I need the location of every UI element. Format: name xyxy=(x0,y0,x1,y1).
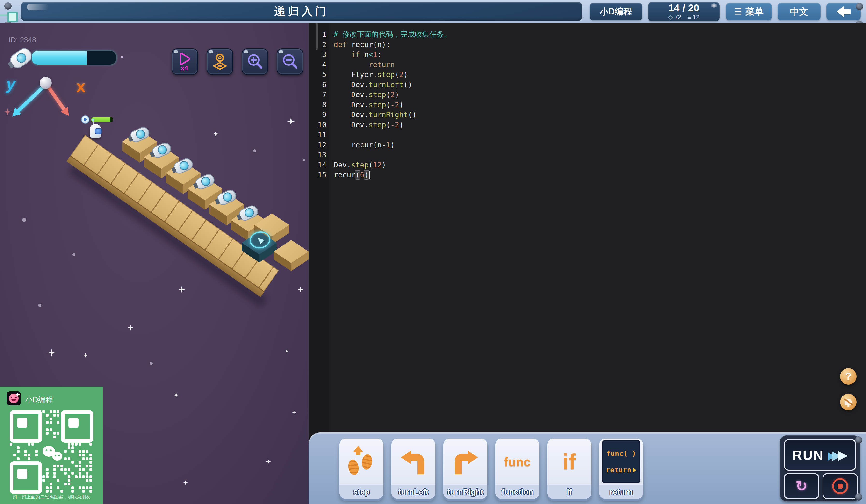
speed-x4-icon: x4 xyxy=(176,52,194,71)
battery-collectible xyxy=(128,125,151,144)
star xyxy=(22,218,26,222)
star xyxy=(287,117,295,125)
speed-button[interactable]: x4 xyxy=(171,48,198,75)
qr-caption: 扫一扫上面的二维码图案，加我为朋友 xyxy=(0,494,103,500)
question-icon: ? xyxy=(845,371,852,382)
menu-icon: ☰ xyxy=(734,7,742,17)
zoom-out-icon xyxy=(281,53,299,71)
line-number: 14 xyxy=(309,161,330,169)
code-line: 4 return xyxy=(309,60,866,70)
code-line: 10 Dev.step(-2) xyxy=(309,120,866,130)
star xyxy=(213,131,219,137)
card-if[interactable]: if if xyxy=(547,438,591,499)
qr-code xyxy=(10,410,93,494)
star xyxy=(302,159,305,161)
brand-button[interactable]: 小D编程 xyxy=(590,3,642,20)
card-label: if xyxy=(547,485,591,499)
line-number: 4 xyxy=(309,60,330,69)
card-label: function xyxy=(495,485,539,499)
reset-icon: ↻ xyxy=(796,478,808,494)
card-function[interactable]: func function xyxy=(495,438,539,499)
y-axis-label: y xyxy=(6,75,15,93)
x-axis-label: x xyxy=(76,77,86,96)
stop-button[interactable] xyxy=(822,473,858,499)
back-arrow-icon xyxy=(837,6,844,18)
star xyxy=(150,362,153,365)
stop-icon xyxy=(832,478,848,494)
code-lines: 1# 修改下面的代码，完成收集任务。2def recur(n):3 if n<1… xyxy=(309,30,866,180)
battery-collectible xyxy=(193,172,216,191)
star xyxy=(292,410,296,415)
qr-finder xyxy=(10,410,42,443)
dot-decoration xyxy=(121,56,123,58)
speech-bubble-icon xyxy=(81,115,89,124)
code-line: 8 Dev.step(-2) xyxy=(309,100,866,110)
card-return[interactable]: func( ) return return xyxy=(599,438,643,499)
app-logo-icon: ✚ xyxy=(7,391,21,405)
card-turn-right[interactable]: turnRight xyxy=(443,438,487,499)
line-number: 1 xyxy=(309,30,330,39)
player-character xyxy=(89,121,102,139)
energy-battery-icon xyxy=(7,44,34,70)
star xyxy=(48,349,56,357)
rivet xyxy=(855,436,862,444)
star xyxy=(73,253,75,256)
connector-icon xyxy=(7,12,18,22)
menu-label: 菜单 xyxy=(745,5,764,18)
map-icon xyxy=(211,53,229,71)
function-icon: func xyxy=(495,438,539,485)
app-window: 递归入门 小D编程 14 / 20 ◇ 72 ≡ 12 ☰ 菜单 中文 ID: xyxy=(0,0,866,504)
qr-app-name: 小D编程 xyxy=(25,395,53,405)
star xyxy=(285,349,289,353)
code-line: 15recur(6) xyxy=(309,170,866,180)
text-cursor xyxy=(369,171,370,179)
code-editor[interactable]: 1# 修改下面的代码，完成收集任务。2def recur(n):3 if n<1… xyxy=(309,23,866,433)
code-line: 1# 修改下面的代码，完成收集任务。 xyxy=(309,30,866,40)
line-number: 11 xyxy=(309,131,330,139)
battery-collectible xyxy=(215,188,238,207)
menu-button[interactable]: ☰ 菜单 xyxy=(726,3,772,20)
card-step[interactable]: step xyxy=(340,438,384,499)
zoom-out-button[interactable] xyxy=(277,48,303,75)
return-icon: func( ) return xyxy=(599,438,643,485)
run-button[interactable]: RUN ▶▶▶ xyxy=(784,439,856,471)
reset-button[interactable]: ↻ xyxy=(784,473,819,499)
code-line: 2def recur(n): xyxy=(309,40,866,50)
axis-origin-sphere xyxy=(40,77,52,89)
help-button[interactable]: ? xyxy=(840,368,857,385)
card-turn-left[interactable]: turnLeft xyxy=(391,438,435,499)
star xyxy=(174,392,179,398)
line-number: 15 xyxy=(309,171,330,179)
gem-icon: ◇ xyxy=(668,14,673,21)
card-label: step xyxy=(340,485,384,499)
lines-icon: ≡ xyxy=(687,14,691,21)
level-progress-button[interactable]: 14 / 20 ◇ 72 ≡ 12 xyxy=(648,2,720,21)
line-number: 2 xyxy=(309,40,330,49)
card-label: turnRight xyxy=(443,485,487,499)
step-icon xyxy=(340,438,384,485)
code-line: 6 Dev.turnLeft() xyxy=(309,80,866,90)
line-number: 3 xyxy=(309,50,330,59)
line-number: 12 xyxy=(309,141,330,149)
qr-finder xyxy=(10,461,42,494)
top-bar: 递归入门 小D编程 14 / 20 ◇ 72 ≡ 12 ☰ 菜单 中文 xyxy=(0,0,866,24)
star xyxy=(83,353,88,358)
game-viewport[interactable]: ID: 2348 y x x4 xyxy=(0,23,309,504)
code-line: 7 Dev.step(2) xyxy=(309,90,866,100)
map-button[interactable] xyxy=(207,48,233,75)
language-button[interactable]: 中文 xyxy=(778,3,821,20)
rivet xyxy=(856,3,863,10)
card-label: return xyxy=(599,485,643,499)
back-arrow-tail xyxy=(844,9,851,14)
back-button[interactable] xyxy=(826,3,861,20)
star xyxy=(253,149,256,152)
bell-icon xyxy=(845,399,852,405)
run-panel: RUN ▶▶▶ ↻ xyxy=(780,435,860,501)
mute-button[interactable] xyxy=(840,394,857,410)
gem-count: 72 xyxy=(675,14,681,21)
zoom-in-button[interactable] xyxy=(242,48,268,75)
battery-collectible xyxy=(171,156,195,176)
energy-bar xyxy=(31,50,117,65)
line-number: 7 xyxy=(309,90,330,99)
lines-count: 12 xyxy=(693,14,700,21)
